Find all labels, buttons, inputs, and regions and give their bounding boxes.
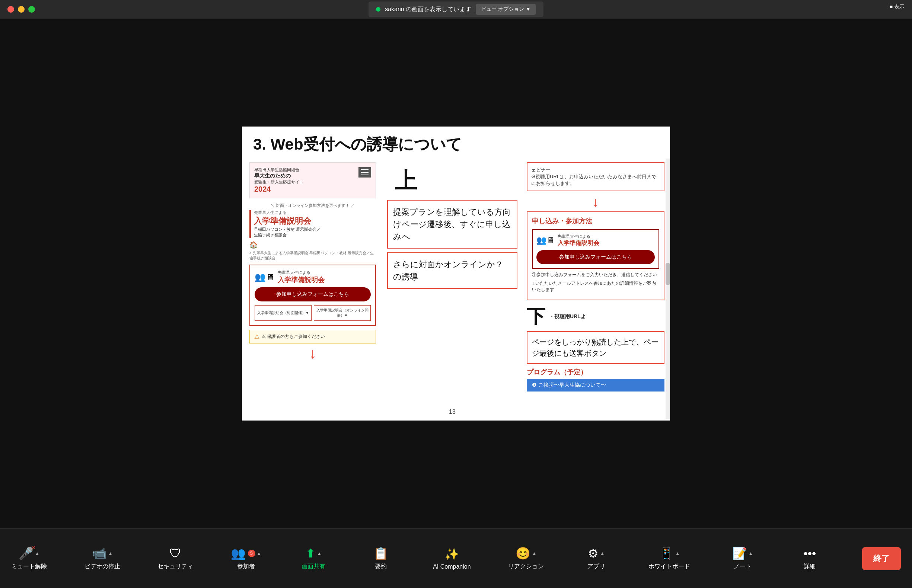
kanji-up: 上 [395, 166, 517, 196]
step2-text: ↓ いただいたメールアドレスへ参加にあたの詳細情報をご案内いたします [532, 280, 659, 293]
event-by-label: 先輩早大生による [254, 210, 376, 215]
video-arrow[interactable]: ▲ [108, 551, 113, 556]
notes-arrow[interactable]: ▲ [749, 551, 753, 556]
minimize-dot[interactable] [18, 6, 24, 13]
slide-title: 3. Web受付への誘導について [242, 126, 670, 158]
security-icon: 🛡 [169, 547, 181, 561]
apply-section-title: 申し込み・参加方法 [532, 216, 659, 226]
program-title: プログラム（予定） [527, 368, 665, 376]
titlebar: sakano の画面を表示しています ビュー オプション ▼ ■ 表示 [0, 0, 912, 19]
bottom-annotation: ページをしっかり熟読した上で、ページ最後にも送客ボタン [527, 331, 665, 364]
program-item-text: ❶ ご挨拶〜早大生協について〜 [532, 382, 606, 389]
toolbar-mute[interactable]: 🎤 ▲ ミュート解除 [11, 546, 47, 570]
share-label: 画面共有 [302, 563, 325, 570]
maximize-dot[interactable] [28, 6, 35, 13]
summary-label: 要約 [375, 563, 387, 570]
toolbar-more[interactable]: ••• 詳細 [795, 547, 825, 570]
toolbar: 🎤 ▲ ミュート解除 📹 ▲ ビデオの停止 🛡 セキュリティ 👥 5 ▲ 参加者… [0, 528, 912, 588]
apps-icon: ⚙ [588, 546, 598, 561]
kanji-down-char: 下 [527, 304, 545, 329]
university-name: 早大生のための [254, 173, 303, 179]
more-label: 詳細 [804, 563, 816, 570]
hamburger-menu-icon[interactable] [359, 167, 371, 178]
event-block: 先輩早大生による 入学準備説明会 早稲田パソコン・教材 展示販売会／生協手続き相… [249, 210, 376, 238]
mute-label: ミュート解除 [11, 563, 47, 570]
kanji-down-area: 下 ・視聴用URLよ [527, 304, 665, 329]
participants-badge: 5 [248, 550, 255, 557]
share-arrow[interactable]: ▲ [317, 551, 322, 556]
right-column: ェビナー ※視聴用URLは、お申込みいただいたみなさまへ前日までにお知らせします… [521, 158, 670, 419]
left-column: 早稲田大学生活協同組合 早大生のための 受験生・新入生応援サイト 2024 ＼ … [242, 158, 383, 419]
toolbar-security[interactable]: 🛡 セキュリティ [157, 547, 193, 570]
toolbar-reaction[interactable]: 😊 ▲ リアクション [508, 546, 544, 570]
scrollbar[interactable] [666, 158, 670, 419]
reg-icon: 👥🖥 [255, 272, 275, 283]
participants-arrow[interactable]: ▲ [257, 551, 261, 556]
slide-container: 3. Web受付への誘導について 早稲田大学生活協同組合 早大生のための 受験生… [242, 126, 670, 420]
apply-registration-button[interactable]: 参加申し込みフォームはこちら [537, 250, 655, 264]
scrollbar-thumb[interactable] [666, 263, 670, 285]
university-logo-area: 早稲田大学生活協同組合 早大生のための 受験生・新入生応援サイト 2024 [249, 162, 376, 199]
registration-button[interactable]: 参加申し込みフォームはこちら [255, 287, 371, 301]
breadcrumb: > 先輩早大生による入学準備説明会 早稲田パソコン・教材 展示販売会／生協手続き… [249, 250, 376, 261]
home-icon: 🏠 [249, 241, 376, 249]
toolbar-whiteboard[interactable]: 📱 ▲ ホワイトボード [648, 546, 690, 570]
participants-icon: 👥 [231, 546, 246, 561]
reaction-arrow[interactable]: ▲ [532, 551, 537, 556]
mute-icon: 🎤 [19, 546, 34, 561]
toolbar-participants[interactable]: 👥 5 ▲ 参加者 [231, 546, 261, 570]
whiteboard-icon: 📱 [659, 546, 674, 561]
reg-title-small: 先輩早大生による [278, 270, 325, 275]
toolbar-notes[interactable]: 📝 ▲ ノート [728, 546, 758, 570]
reg-online-button[interactable]: 入学準備説明会（オンライン開催）▼ [314, 305, 371, 321]
slide-body: 早稲田大学生活協同組合 早大生のための 受験生・新入生応援サイト 2024 ＼ … [242, 158, 670, 419]
parent-notice-text: ⚠ 保護者の方もご参加ください [262, 333, 325, 340]
apply-reg-icon: 👥🖥 [537, 236, 555, 245]
video-icon-area: 📹 ▲ [92, 546, 113, 561]
view-options-label: ビュー オプション ▼ [481, 6, 531, 13]
reaction-icon: 😊 [516, 546, 530, 561]
ai-companion-icon: ✨ [445, 547, 459, 561]
share-icon-area: ⬆ ▲ [306, 546, 322, 561]
program-item: ❶ ご挨拶〜早大生協について〜 [527, 379, 665, 391]
summary-icon: 📋 [374, 546, 388, 561]
webinar-box: ェビナー ※視聴用URLは、お申込みいただいたみなさまへ前日までにお知らせします… [527, 162, 665, 191]
apps-arrow[interactable]: ▲ [600, 551, 605, 556]
down-arrow-icon: ↓ [249, 345, 376, 362]
mute-icon-area: 🎤 ▲ [19, 546, 39, 561]
apply-reg-box: 👥🖥 先輩早大生による 入学準備説明会 参加申し込みフォームはこちら [532, 229, 659, 269]
apps-icon-area: ⚙ ▲ [588, 546, 605, 561]
reg-offline-button[interactable]: 入学準備説明会（対面開催）▼ [255, 305, 312, 321]
end-button[interactable]: 終了 [862, 547, 901, 570]
toolbar-share[interactable]: ⬆ ▲ 画面共有 [299, 546, 328, 570]
parent-notice: ⚠ ⚠ 保護者の方もご参加ください [249, 330, 376, 344]
university-org: 早稲田大学生活協同組合 [254, 167, 303, 173]
whiteboard-label: ホワイトボード [648, 563, 690, 570]
whiteboard-icon-area: 📱 ▲ [659, 546, 680, 561]
reaction-icon-area: 😊 ▲ [516, 546, 537, 561]
webinar-text: ェビナー ※視聴用URLは、お申込みいただいたみなさまへ前日までにお知らせします… [531, 167, 660, 187]
step1-text: ①参加申し込みフォームをご入力いただき、送信してください [532, 272, 659, 278]
view-options-button[interactable]: ビュー オプション ▼ [476, 4, 536, 15]
participants-label: 参加者 [237, 563, 255, 570]
video-icon: 📹 [92, 546, 107, 561]
toolbar-video[interactable]: 📹 ▲ ビデオの停止 [84, 546, 120, 570]
close-dot[interactable] [7, 6, 14, 13]
mute-arrow[interactable]: ▲ [35, 551, 39, 556]
display-button[interactable]: ■ 表示 [890, 4, 905, 10]
whiteboard-arrow[interactable]: ▲ [675, 551, 680, 556]
toolbar-ai[interactable]: ✨ AI Companion [433, 547, 471, 570]
access-label: ＼ 対面・オンライン参加方法を選べます！ ／ [249, 203, 376, 208]
toolbar-apps[interactable]: ⚙ ▲ アプリ [581, 546, 611, 570]
event-main-title: 入学準備説明会 [254, 215, 376, 227]
middle-column: 上 提案プランを理解している方向けページ遷移後、すぐに申し込みへ さらに対面かオ… [383, 158, 521, 419]
annotation-box-mid: さらに対面かオンラインか？の誘導 [387, 252, 517, 289]
apps-label: アプリ [587, 563, 605, 570]
university-year: 2024 [254, 185, 271, 193]
notes-icon: 📝 [732, 546, 747, 561]
toolbar-summary[interactable]: 📋 要約 [366, 546, 396, 570]
page-number: 13 [449, 409, 456, 415]
reaction-label: リアクション [508, 563, 544, 570]
ai-label: AI Companion [433, 564, 471, 570]
apply-reg-title-small: 先輩早大生による [558, 234, 599, 239]
